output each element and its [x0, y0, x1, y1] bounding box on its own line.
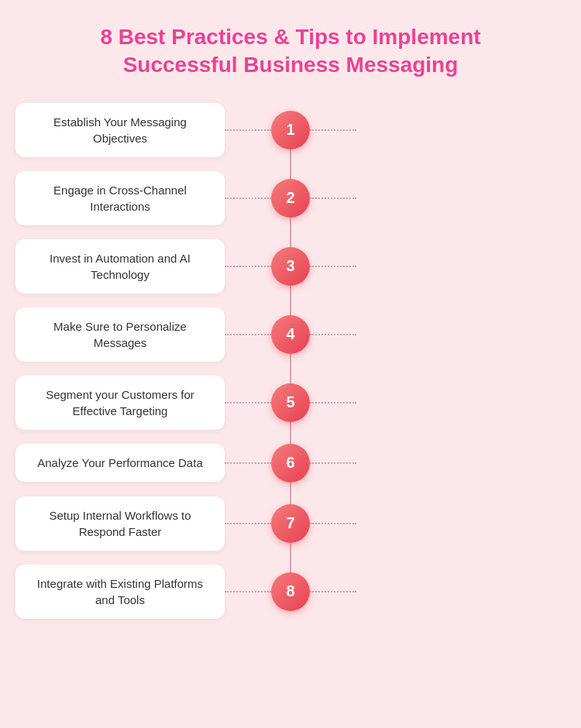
circle-2: 2 — [271, 179, 310, 218]
timeline-item-7: 7 Setup Internal Workflows to Respond Fa… — [15, 496, 566, 551]
circle-1: 1 — [271, 111, 310, 149]
connector-left-5 — [310, 402, 356, 403]
connector-left-8 — [225, 591, 271, 592]
box-2: Engage in Cross-Channel Interactions — [15, 171, 225, 225]
box-4: Make Sure to Personalize Messages — [15, 307, 225, 362]
timeline: 1 Establish Your Messaging Objectives En… — [15, 103, 566, 633]
connector-right-8 — [310, 591, 356, 592]
page-title: 8 Best Practices & Tips to Implement Suc… — [58, 23, 523, 80]
box-5: Segment your Customers for Effective Tar… — [15, 376, 225, 430]
box-8: Integrate with Existing Platforms and To… — [15, 565, 225, 619]
timeline-item-3: 3 Invest in Automation and AI Technology — [15, 239, 566, 294]
timeline-item-4: Make Sure to Personalize Messages 4 — [15, 307, 566, 362]
box-7: Setup Internal Workflows to Respond Fast… — [15, 496, 225, 551]
connector-left-4 — [225, 334, 271, 335]
connector-right-6 — [310, 462, 356, 464]
connector-right-4 — [310, 334, 356, 335]
circle-7: 7 — [271, 504, 310, 543]
connector-left-3 — [310, 266, 356, 267]
circle-8: 8 — [271, 572, 310, 611]
connector-right-7 — [225, 523, 271, 524]
connector-right-1 — [225, 129, 271, 131]
circle-6: 6 — [271, 444, 310, 482]
circle-3: 3 — [271, 247, 310, 286]
connector-right-5 — [225, 402, 271, 403]
timeline-item-1: 1 Establish Your Messaging Objectives — [15, 103, 566, 157]
box-6: Analyze Your Performance Data — [15, 444, 225, 482]
connector-right-2 — [310, 197, 356, 199]
box-3: Invest in Automation and AI Technology — [15, 239, 225, 294]
timeline-item-8: Integrate with Existing Platforms and To… — [15, 565, 566, 619]
connector-right-3 — [225, 266, 271, 267]
timeline-item-2: Engage in Cross-Channel Interactions 2 — [15, 171, 566, 225]
timeline-item-5: 5 Segment your Customers for Effective T… — [15, 376, 566, 430]
timeline-item-6: Analyze Your Performance Data 6 — [15, 444, 566, 482]
connector-left-6 — [225, 462, 271, 464]
box-1: Establish Your Messaging Objectives — [15, 103, 225, 157]
connector-left-2 — [225, 197, 271, 199]
connector-left-7 — [310, 523, 356, 524]
circle-5: 5 — [271, 383, 310, 422]
circle-4: 4 — [271, 315, 310, 354]
connector-left-1 — [310, 129, 356, 131]
